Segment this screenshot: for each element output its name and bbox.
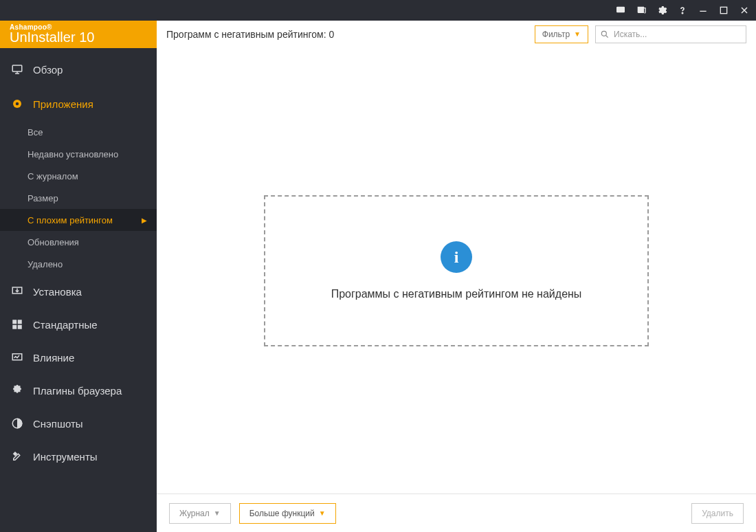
maximize-icon[interactable]	[718, 4, 730, 16]
delete-button[interactable]: Удалить	[691, 503, 744, 524]
close-icon[interactable]	[738, 4, 751, 16]
sidebar-sub-updates[interactable]: Обновления	[0, 231, 157, 253]
sidebar-item-overview[interactable]: Обзор	[0, 52, 157, 87]
sidebar-item-label: Инструменты	[33, 451, 98, 463]
sidebar-sub-removed[interactable]: Удалено	[0, 253, 157, 275]
chevron-right-icon: ▶	[142, 217, 147, 224]
sidebar-sub-logged[interactable]: С журналом	[0, 165, 157, 187]
search-box[interactable]	[595, 25, 746, 43]
empty-message: Программы с негативным рейтингом не найд…	[331, 288, 582, 300]
svg-rect-14	[18, 320, 22, 324]
chevron-down-icon: ▼	[319, 509, 326, 517]
sidebar-item-label: Снэпшоты	[33, 418, 83, 430]
search-icon	[600, 30, 610, 39]
titlebar	[0, 0, 756, 21]
windows-icon	[11, 318, 23, 331]
sidebar-item-impact[interactable]: Влияние	[0, 341, 157, 374]
empty-state: i Программы с негативным рейтингом не на…	[264, 195, 649, 346]
footer-bar: Журнал ▼ Больше функций ▼ Удалить	[157, 494, 756, 532]
svg-rect-15	[12, 325, 16, 329]
settings-icon[interactable]	[656, 4, 668, 16]
sidebar: Ashampoo® UnInstaller 10 Обзор Приложени…	[0, 21, 157, 532]
help-icon[interactable]	[676, 4, 689, 16]
chevron-down-icon: ▼	[214, 509, 221, 517]
chevron-down-icon: ▼	[574, 30, 581, 38]
svg-rect-16	[18, 325, 22, 329]
snapshot-icon	[11, 417, 23, 430]
app-logo: Ashampoo® UnInstaller 10	[0, 21, 157, 48]
feedback-icon[interactable]	[614, 4, 627, 16]
product-name: UnInstaller 10	[10, 30, 147, 44]
sidebar-item-snapshots[interactable]: Снэпшоты	[0, 407, 157, 440]
sidebar-item-label: Установка	[33, 286, 82, 298]
main-panel: Программ с негативным рейтингом: 0 Фильт…	[157, 21, 756, 532]
svg-rect-0	[616, 7, 625, 13]
filter-button[interactable]: Фильтр ▼	[535, 25, 588, 43]
sidebar-sub-size[interactable]: Размер	[0, 187, 157, 209]
minimize-icon[interactable]	[697, 4, 709, 16]
journal-button[interactable]: Журнал ▼	[169, 503, 231, 524]
install-icon	[11, 285, 23, 298]
puzzle-icon	[11, 384, 23, 397]
svg-point-10	[16, 102, 19, 106]
more-functions-button[interactable]: Больше функций ▼	[239, 503, 336, 524]
main-header: Программ с негативным рейтингом: 0 Фильт…	[157, 21, 756, 48]
tools-icon	[11, 450, 23, 463]
sidebar-item-label: Обзор	[33, 64, 63, 76]
search-input[interactable]	[614, 30, 742, 39]
impact-icon	[11, 351, 23, 364]
svg-point-19	[601, 31, 606, 36]
info-icon: i	[441, 241, 472, 273]
sidebar-item-applications[interactable]: Приложения	[0, 87, 157, 121]
sidebar-sub-all[interactable]: Все	[0, 121, 157, 143]
sidebar-item-label: Приложения	[33, 98, 93, 110]
news-icon[interactable]	[635, 4, 647, 16]
sidebar-item-plugins[interactable]: Плагины браузера	[0, 374, 157, 407]
svg-rect-13	[12, 320, 16, 324]
sidebar-item-label: Стандартные	[33, 319, 98, 331]
svg-line-20	[606, 35, 608, 37]
svg-rect-6	[12, 65, 22, 71]
sidebar-item-label: Влияние	[33, 352, 74, 364]
sidebar-item-tools[interactable]: Инструменты	[0, 440, 157, 473]
page-title: Программ с негативным рейтингом: 0	[166, 29, 528, 40]
svg-rect-17	[12, 354, 22, 360]
svg-rect-3	[720, 7, 726, 13]
sidebar-item-standard[interactable]: Стандартные	[0, 308, 157, 341]
sidebar-item-label: Плагины браузера	[33, 385, 122, 397]
sidebar-sub-bad-rating[interactable]: С плохим рейтингом ▶	[0, 209, 157, 231]
sidebar-item-install[interactable]: Установка	[0, 275, 157, 308]
sidebar-sub-recent[interactable]: Недавно установлено	[0, 143, 157, 165]
monitor-icon	[11, 63, 23, 76]
svg-point-1	[682, 12, 682, 13]
apps-icon	[11, 98, 23, 110]
content-area: i Программы с негативным рейтингом не на…	[157, 48, 756, 494]
